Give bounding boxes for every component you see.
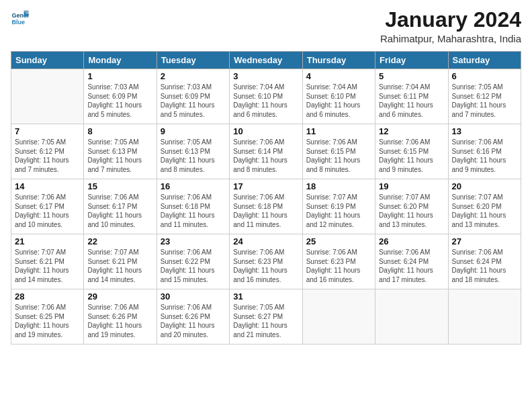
day-number: 29: [87, 291, 152, 302]
day-info: Sunrise: 7:06 AMSunset: 6:25 PMDaylight:…: [15, 303, 80, 339]
day-header-friday: Friday: [375, 52, 448, 69]
calendar-table: SundayMondayTuesdayWednesdayThursdayFrid…: [11, 51, 521, 345]
day-info: Sunrise: 7:05 AMSunset: 6:12 PMDaylight:…: [452, 83, 517, 119]
day-info: Sunrise: 7:04 AMSunset: 6:10 PMDaylight:…: [233, 83, 298, 119]
day-header-saturday: Saturday: [448, 52, 521, 69]
day-info: Sunrise: 7:07 AMSunset: 6:21 PMDaylight:…: [15, 248, 80, 284]
calendar-cell: 18Sunrise: 7:07 AMSunset: 6:19 PMDayligh…: [302, 179, 375, 234]
day-number: 22: [87, 236, 152, 246]
calendar-cell: 3Sunrise: 7:04 AMSunset: 6:10 PMDaylight…: [230, 69, 302, 124]
day-number: 11: [306, 126, 371, 136]
calendar-cell: 27Sunrise: 7:06 AMSunset: 6:24 PMDayligh…: [448, 234, 521, 289]
day-number: 17: [233, 181, 298, 191]
day-info: Sunrise: 7:06 AMSunset: 6:24 PMDaylight:…: [452, 248, 517, 284]
day-info: Sunrise: 7:06 AMSunset: 6:18 PMDaylight:…: [161, 193, 226, 229]
month-title: January 2024: [380, 8, 521, 32]
calendar-cell: [448, 289, 521, 345]
title-area: January 2024 Rahimatpur, Maharashtra, In…: [380, 8, 521, 44]
svg-text:Blue: Blue: [11, 19, 25, 26]
day-info: Sunrise: 7:06 AMSunset: 6:18 PMDaylight:…: [233, 193, 298, 229]
calendar-cell: 4Sunrise: 7:04 AMSunset: 6:10 PMDaylight…: [302, 69, 375, 124]
day-info: Sunrise: 7:06 AMSunset: 6:23 PMDaylight:…: [233, 248, 298, 284]
day-number: 14: [15, 181, 80, 191]
day-number: 5: [379, 71, 444, 81]
day-number: 12: [379, 126, 444, 136]
calendar-cell: 30Sunrise: 7:06 AMSunset: 6:26 PMDayligh…: [157, 289, 229, 345]
day-number: 23: [161, 236, 226, 246]
day-info: Sunrise: 7:05 AMSunset: 6:13 PMDaylight:…: [87, 138, 152, 174]
day-info: Sunrise: 7:06 AMSunset: 6:26 PMDaylight:…: [161, 303, 226, 339]
day-info: Sunrise: 7:03 AMSunset: 6:09 PMDaylight:…: [161, 83, 226, 119]
day-info: Sunrise: 7:07 AMSunset: 6:19 PMDaylight:…: [306, 193, 371, 229]
day-number: 18: [306, 181, 371, 191]
day-info: Sunrise: 7:07 AMSunset: 6:20 PMDaylight:…: [379, 193, 444, 229]
day-header-thursday: Thursday: [302, 52, 375, 69]
calendar-cell: 5Sunrise: 7:04 AMSunset: 6:11 PMDaylight…: [375, 69, 448, 124]
day-number: 7: [15, 126, 80, 136]
day-number: 13: [452, 126, 517, 136]
main-container: General Blue January 2024 Rahimatpur, Ma…: [0, 0, 532, 350]
day-info: Sunrise: 7:05 AMSunset: 6:13 PMDaylight:…: [161, 138, 226, 174]
day-number: 31: [233, 291, 298, 302]
calendar-cell: 21Sunrise: 7:07 AMSunset: 6:21 PMDayligh…: [11, 234, 84, 289]
calendar-cell: 9Sunrise: 7:05 AMSunset: 6:13 PMDaylight…: [157, 124, 229, 179]
calendar-cell: 11Sunrise: 7:06 AMSunset: 6:15 PMDayligh…: [302, 124, 375, 179]
day-number: 26: [379, 236, 444, 246]
calendar-cell: 20Sunrise: 7:07 AMSunset: 6:20 PMDayligh…: [448, 179, 521, 234]
day-info: Sunrise: 7:06 AMSunset: 6:26 PMDaylight:…: [87, 303, 152, 339]
day-number: 24: [233, 236, 298, 246]
day-info: Sunrise: 7:06 AMSunset: 6:15 PMDaylight:…: [379, 138, 444, 174]
day-info: Sunrise: 7:06 AMSunset: 6:17 PMDaylight:…: [15, 193, 80, 229]
calendar-cell: 29Sunrise: 7:06 AMSunset: 6:26 PMDayligh…: [84, 289, 157, 345]
day-info: Sunrise: 7:06 AMSunset: 6:14 PMDaylight:…: [233, 138, 298, 174]
day-number: 4: [306, 71, 371, 81]
calendar-cell: 13Sunrise: 7:06 AMSunset: 6:16 PMDayligh…: [448, 124, 521, 179]
calendar-cell: 24Sunrise: 7:06 AMSunset: 6:23 PMDayligh…: [230, 234, 302, 289]
location-subtitle: Rahimatpur, Maharashtra, India: [380, 33, 521, 44]
calendar-cell: 1Sunrise: 7:03 AMSunset: 6:09 PMDaylight…: [84, 69, 157, 124]
day-number: 1: [87, 71, 152, 81]
day-header-monday: Monday: [84, 52, 157, 69]
day-info: Sunrise: 7:05 AMSunset: 6:12 PMDaylight:…: [15, 138, 80, 174]
day-number: 10: [233, 126, 298, 136]
calendar-cell: 16Sunrise: 7:06 AMSunset: 6:18 PMDayligh…: [157, 179, 229, 234]
day-info: Sunrise: 7:06 AMSunset: 6:22 PMDaylight:…: [161, 248, 226, 284]
day-number: 16: [161, 181, 226, 191]
day-info: Sunrise: 7:04 AMSunset: 6:10 PMDaylight:…: [306, 83, 371, 119]
day-number: 25: [306, 236, 371, 246]
calendar-cell: 25Sunrise: 7:06 AMSunset: 6:23 PMDayligh…: [302, 234, 375, 289]
calendar-cell: 26Sunrise: 7:06 AMSunset: 6:24 PMDayligh…: [375, 234, 448, 289]
day-info: Sunrise: 7:07 AMSunset: 6:21 PMDaylight:…: [87, 248, 152, 284]
calendar-cell: 15Sunrise: 7:06 AMSunset: 6:17 PMDayligh…: [84, 179, 157, 234]
calendar-cell: [11, 69, 84, 124]
day-number: 27: [452, 236, 517, 246]
day-info: Sunrise: 7:06 AMSunset: 6:16 PMDaylight:…: [452, 138, 517, 174]
calendar-cell: 22Sunrise: 7:07 AMSunset: 6:21 PMDayligh…: [84, 234, 157, 289]
day-number: 21: [15, 236, 80, 246]
calendar-cell: 19Sunrise: 7:07 AMSunset: 6:20 PMDayligh…: [375, 179, 448, 234]
calendar-cell: 6Sunrise: 7:05 AMSunset: 6:12 PMDaylight…: [448, 69, 521, 124]
day-number: 2: [161, 71, 226, 81]
day-info: Sunrise: 7:06 AMSunset: 6:15 PMDaylight:…: [306, 138, 371, 174]
day-number: 30: [161, 291, 226, 302]
calendar-cell: 8Sunrise: 7:05 AMSunset: 6:13 PMDaylight…: [84, 124, 157, 179]
day-info: Sunrise: 7:04 AMSunset: 6:11 PMDaylight:…: [379, 83, 444, 119]
calendar-cell: 14Sunrise: 7:06 AMSunset: 6:17 PMDayligh…: [11, 179, 84, 234]
day-number: 19: [379, 181, 444, 191]
header: General Blue January 2024 Rahimatpur, Ma…: [11, 8, 521, 44]
calendar-cell: 7Sunrise: 7:05 AMSunset: 6:12 PMDaylight…: [11, 124, 84, 179]
calendar-cell: 28Sunrise: 7:06 AMSunset: 6:25 PMDayligh…: [11, 289, 84, 345]
day-info: Sunrise: 7:05 AMSunset: 6:27 PMDaylight:…: [233, 303, 298, 339]
day-info: Sunrise: 7:06 AMSunset: 6:24 PMDaylight:…: [379, 248, 444, 284]
calendar-cell: 2Sunrise: 7:03 AMSunset: 6:09 PMDaylight…: [157, 69, 229, 124]
day-info: Sunrise: 7:06 AMSunset: 6:23 PMDaylight:…: [306, 248, 371, 284]
day-info: Sunrise: 7:06 AMSunset: 6:17 PMDaylight:…: [87, 193, 152, 229]
day-header-wednesday: Wednesday: [230, 52, 302, 69]
day-number: 8: [87, 126, 152, 136]
calendar-cell: 23Sunrise: 7:06 AMSunset: 6:22 PMDayligh…: [157, 234, 229, 289]
calendar-cell: 17Sunrise: 7:06 AMSunset: 6:18 PMDayligh…: [230, 179, 302, 234]
day-header-sunday: Sunday: [11, 52, 84, 69]
day-info: Sunrise: 7:07 AMSunset: 6:20 PMDaylight:…: [452, 193, 517, 229]
calendar-cell: 10Sunrise: 7:06 AMSunset: 6:14 PMDayligh…: [230, 124, 302, 179]
day-number: 28: [15, 291, 80, 302]
